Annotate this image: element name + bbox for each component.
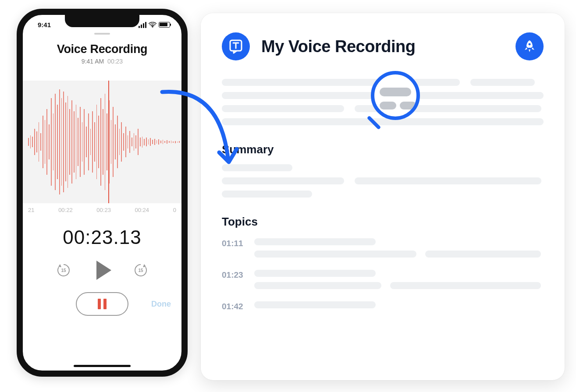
elapsed-timer: 00:23.13 — [23, 226, 181, 248]
svg-text:15: 15 — [138, 268, 143, 273]
tick: 00:22 — [58, 207, 73, 213]
signal-icon — [139, 22, 146, 28]
svg-point-3 — [529, 43, 531, 46]
app-logo-icon — [222, 32, 250, 60]
skeleton-line — [425, 251, 541, 258]
result-card: My Voice Recording Summary — [201, 13, 565, 380]
skeleton-line — [390, 282, 540, 289]
topic-row[interactable]: 01:42 — [222, 301, 544, 311]
skeleton-line — [254, 251, 416, 258]
skeleton-line — [222, 177, 344, 184]
skip-back-15-icon[interactable]: 15 — [56, 263, 71, 278]
skeleton-line — [355, 177, 541, 184]
playhead[interactable] — [108, 81, 109, 203]
skip-forward-15-icon[interactable]: 15 — [133, 263, 148, 278]
transcript-preview — [222, 79, 544, 125]
svg-text:15: 15 — [61, 268, 66, 273]
card-title: My Voice Recording — [261, 37, 415, 56]
battery-icon — [159, 22, 170, 28]
time-axis: 21 00:22 00:23 00:24 0 — [23, 203, 181, 213]
topic-row[interactable]: 01:11 — [222, 238, 544, 258]
status-icons — [139, 22, 170, 28]
skeleton-line — [254, 282, 381, 289]
bottom-controls: Done — [23, 292, 181, 316]
topics-list: 01:11 01:23 01:42 — [222, 238, 544, 311]
phone-mockup: 9:41 Voice Recording 9:41 AM 00:23 21 00… — [17, 9, 188, 377]
topic-timestamp: 01:23 — [222, 270, 245, 289]
summary-heading: Summary — [222, 143, 544, 156]
topic-row[interactable]: 01:23 — [222, 270, 544, 289]
recording-start-time: 9:41 AM — [82, 58, 104, 65]
recorder-header: Voice Recording 9:41 AM 00:23 — [23, 42, 181, 65]
rocket-button[interactable] — [516, 32, 544, 60]
pause-button[interactable] — [76, 292, 128, 316]
topic-timestamp: 01:11 — [222, 238, 245, 258]
skeleton-line — [254, 301, 376, 308]
home-indicator[interactable] — [74, 365, 131, 367]
recording-title: Voice Recording — [23, 42, 181, 56]
status-time: 9:41 — [38, 21, 51, 28]
topic-timestamp: 01:42 — [222, 301, 245, 311]
card-header: My Voice Recording — [222, 32, 544, 60]
arrow-icon — [153, 83, 245, 175]
skeleton-line — [254, 270, 376, 277]
rocket-icon — [522, 39, 537, 54]
skeleton-line — [222, 191, 312, 198]
phone-notch — [65, 15, 139, 27]
play-button[interactable] — [96, 261, 111, 280]
topics-heading: Topics — [222, 215, 544, 229]
tick: 21 — [28, 207, 34, 213]
tick: 0 — [173, 207, 176, 213]
done-button[interactable]: Done — [151, 300, 171, 309]
sheet-grabber[interactable] — [94, 33, 110, 35]
summary-body — [222, 164, 544, 198]
tick: 00:23 — [96, 207, 111, 213]
recording-duration: 00:23 — [107, 58, 123, 65]
wifi-icon — [149, 22, 156, 28]
recording-subtitle: 9:41 AM 00:23 — [23, 58, 181, 65]
magnifier-icon — [371, 71, 428, 128]
tick: 00:24 — [135, 207, 149, 213]
skeleton-line — [254, 238, 376, 245]
transport-controls: 15 15 — [23, 261, 181, 280]
skeleton-line — [470, 79, 535, 86]
